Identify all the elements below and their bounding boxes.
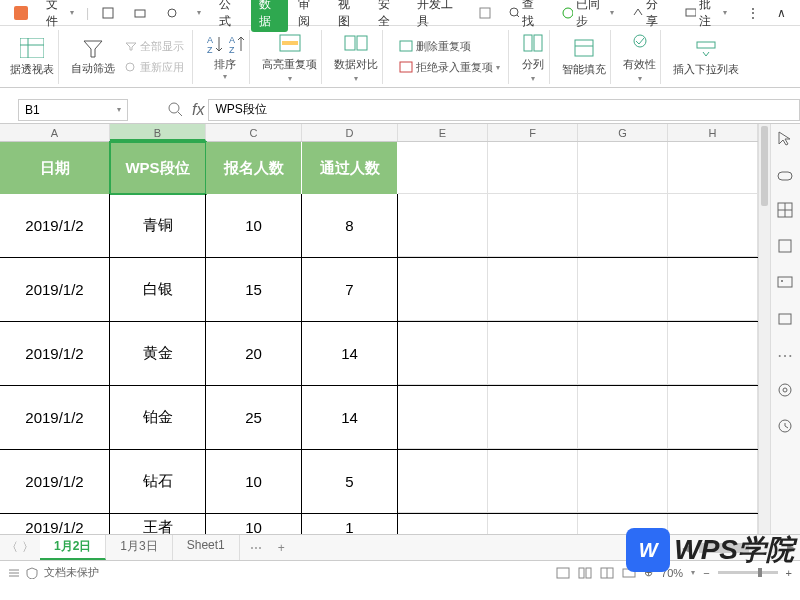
cell[interactable]: 2019/1/2 bbox=[0, 258, 110, 321]
cell[interactable]: 2019/1/2 bbox=[0, 322, 110, 385]
table-row[interactable]: 2019/1/2铂金2514 bbox=[0, 386, 758, 450]
table-row[interactable]: 2019/1/2钻石105 bbox=[0, 450, 758, 514]
cell[interactable]: 铂金 bbox=[110, 386, 206, 449]
collapse-icon[interactable]: ∧ bbox=[769, 4, 794, 22]
grid-icon[interactable] bbox=[777, 202, 795, 220]
image-icon[interactable] bbox=[777, 274, 795, 292]
app-menu-icon[interactable] bbox=[6, 4, 36, 22]
vertical-scrollbar[interactable] bbox=[758, 124, 770, 534]
protect-status[interactable]: 文档未保护 bbox=[44, 565, 99, 580]
fx-icon[interactable]: fx bbox=[192, 101, 204, 119]
print-icon[interactable] bbox=[125, 4, 155, 22]
tab-prev-icon[interactable]: 〈 bbox=[6, 539, 18, 556]
cell[interactable]: 黄金 bbox=[110, 322, 206, 385]
cell[interactable]: 2019/1/2 bbox=[0, 386, 110, 449]
view-page-icon[interactable] bbox=[578, 567, 592, 579]
properties-icon[interactable] bbox=[777, 238, 795, 256]
search-button[interactable]: 查找 bbox=[501, 0, 552, 32]
column-header-E[interactable]: E bbox=[398, 124, 488, 141]
list-icon[interactable] bbox=[8, 567, 20, 579]
cell[interactable]: 白银 bbox=[110, 258, 206, 321]
reject-dup-button[interactable]: 拒绝录入重复项▾ bbox=[395, 58, 504, 77]
save-icon[interactable] bbox=[93, 4, 123, 22]
share-button[interactable]: 分享 bbox=[624, 0, 675, 32]
autofilter-button[interactable]: 自动筛选 bbox=[71, 37, 115, 76]
history-icon[interactable] bbox=[777, 418, 795, 436]
cell[interactable]: 2019/1/2 bbox=[0, 450, 110, 513]
cell[interactable]: 1 bbox=[302, 514, 398, 534]
cell[interactable]: 20 bbox=[206, 322, 302, 385]
table-row[interactable]: 2019/1/2白银157 bbox=[0, 258, 758, 322]
column-headers[interactable]: ABCDEFGH bbox=[0, 124, 758, 142]
cell[interactable]: 青铜 bbox=[110, 194, 206, 257]
cell[interactable]: 10 bbox=[206, 514, 302, 534]
column-header-G[interactable]: G bbox=[578, 124, 668, 141]
cell[interactable]: 2019/1/2 bbox=[0, 514, 110, 534]
tab-formula[interactable]: 公式 bbox=[211, 0, 249, 32]
insert-dropdown-button[interactable]: 插入下拉列表 bbox=[669, 30, 743, 84]
tab-next-icon[interactable]: 〉 bbox=[22, 539, 34, 556]
table-header[interactable]: 报名人数 bbox=[206, 142, 302, 194]
table-header[interactable]: 日期 bbox=[0, 142, 110, 194]
table-header[interactable]: WPS段位 bbox=[110, 142, 206, 194]
zoom-icon[interactable] bbox=[168, 102, 184, 118]
spreadsheet-grid[interactable]: ABCDEFGH 日期WPS段位报名人数通过人数 2019/1/2青铜10820… bbox=[0, 124, 800, 534]
column-header-D[interactable]: D bbox=[302, 124, 398, 141]
cell[interactable]: 5 bbox=[302, 450, 398, 513]
name-box[interactable]: B1 ▾ bbox=[18, 99, 128, 121]
more-icon[interactable]: ⋯ bbox=[777, 346, 795, 364]
column-header-C[interactable]: C bbox=[206, 124, 302, 141]
table-row[interactable]: 2019/1/2青铜108 bbox=[0, 194, 758, 258]
file-menu[interactable]: 文件▾ bbox=[38, 0, 82, 32]
column-header-F[interactable]: F bbox=[488, 124, 578, 141]
cell[interactable]: 10 bbox=[206, 194, 302, 257]
tab-more-icon[interactable] bbox=[471, 5, 499, 21]
undo-dropdown[interactable]: ▾ bbox=[189, 6, 209, 19]
select-icon[interactable] bbox=[777, 166, 795, 184]
view-normal-icon[interactable] bbox=[556, 567, 570, 579]
backup-icon[interactable] bbox=[777, 310, 795, 328]
cell[interactable]: 2019/1/2 bbox=[0, 194, 110, 257]
cell[interactable]: 14 bbox=[302, 386, 398, 449]
highlight-dup-button[interactable]: 高亮重复项▾ bbox=[258, 30, 322, 84]
cell[interactable]: 钻石 bbox=[110, 450, 206, 513]
cell[interactable]: 7 bbox=[302, 258, 398, 321]
sort-desc-button[interactable]: AZ bbox=[227, 33, 245, 55]
settings-icon[interactable] bbox=[777, 382, 795, 400]
cell[interactable]: 25 bbox=[206, 386, 302, 449]
remove-dup-button[interactable]: 删除重复项 bbox=[395, 37, 504, 56]
tab-more-icon[interactable]: ⋯ bbox=[240, 541, 272, 555]
table-header[interactable]: 通过人数 bbox=[302, 142, 398, 194]
sheet-tab[interactable]: 1月3日 bbox=[106, 535, 172, 560]
sheet-tab[interactable]: Sheet1 bbox=[173, 535, 240, 560]
tab-security[interactable]: 安全 bbox=[370, 0, 408, 32]
cell[interactable]: 8 bbox=[302, 194, 398, 257]
cell[interactable]: 王者 bbox=[110, 514, 206, 534]
text-to-col-button[interactable]: 分列▾ bbox=[517, 30, 550, 84]
table-row[interactable]: 2019/1/2黄金2014 bbox=[0, 322, 758, 386]
pivot-group[interactable]: 据透视表 bbox=[6, 30, 59, 84]
showall-button[interactable]: 全部显示 bbox=[121, 37, 188, 56]
sheet-tab[interactable]: 1月2日 bbox=[40, 535, 106, 560]
help-icon[interactable]: ⋮ bbox=[739, 4, 767, 22]
compare-button[interactable]: 数据对比▾ bbox=[330, 30, 383, 84]
cell[interactable]: 14 bbox=[302, 322, 398, 385]
tab-view[interactable]: 视图 bbox=[330, 0, 368, 32]
cursor-icon[interactable] bbox=[777, 130, 795, 148]
validation-button[interactable]: 有效性▾ bbox=[619, 30, 661, 84]
reapply-button[interactable]: 重新应用 bbox=[121, 58, 188, 77]
tab-review[interactable]: 审阅 bbox=[290, 0, 328, 32]
tab-data[interactable]: 数据 bbox=[251, 0, 289, 32]
tab-devtools[interactable]: 开发工具 bbox=[409, 0, 468, 32]
add-sheet-icon[interactable]: + bbox=[272, 541, 291, 555]
smart-fill-button[interactable]: 智能填充 bbox=[558, 30, 611, 84]
column-header-H[interactable]: H bbox=[668, 124, 758, 141]
formula-input[interactable]: WPS段位 bbox=[208, 99, 800, 121]
column-header-B[interactable]: B bbox=[110, 124, 206, 141]
preview-icon[interactable] bbox=[157, 4, 187, 22]
column-header-A[interactable]: A bbox=[0, 124, 110, 141]
cell[interactable]: 15 bbox=[206, 258, 302, 321]
sort-button[interactable]: 排序▾ bbox=[214, 57, 236, 81]
cell[interactable]: 10 bbox=[206, 450, 302, 513]
annotate-button[interactable]: 批注▾ bbox=[677, 0, 735, 32]
